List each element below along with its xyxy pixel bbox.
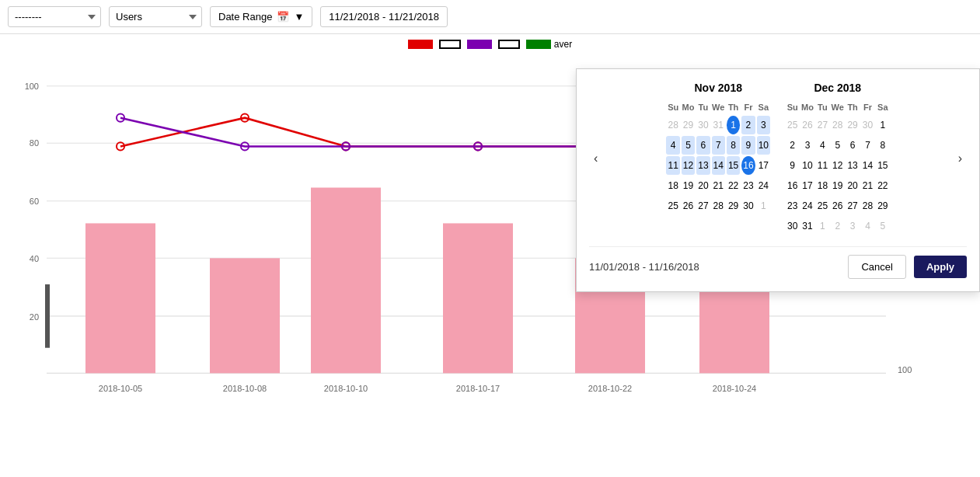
dec-day-25[interactable]: 25 bbox=[816, 197, 829, 215]
dec-day-29[interactable]: 29 bbox=[876, 197, 889, 215]
nov-day-20[interactable]: 20 bbox=[696, 176, 710, 195]
nov-day-25[interactable]: 25 bbox=[666, 197, 679, 215]
nov-day-1[interactable]: 1 bbox=[727, 116, 740, 134]
dec-day-16[interactable]: 16 bbox=[786, 176, 799, 195]
dec-day-9[interactable]: 9 bbox=[786, 156, 799, 175]
dec-day-6[interactable]: 6 bbox=[846, 136, 859, 155]
dec-day-26-prev[interactable]: 26 bbox=[800, 116, 814, 134]
dec-day-15[interactable]: 15 bbox=[876, 156, 889, 175]
dec-day-30[interactable]: 30 bbox=[786, 217, 799, 235]
dec-day-24[interactable]: 24 bbox=[800, 197, 814, 215]
nov-day-16[interactable]: 16 bbox=[741, 156, 755, 175]
nov-day-9[interactable]: 9 bbox=[741, 136, 755, 155]
nov-day-4[interactable]: 4 bbox=[666, 136, 679, 155]
nov-day-31-prev[interactable]: 31 bbox=[712, 116, 725, 134]
dec-day-23[interactable]: 23 bbox=[786, 197, 799, 215]
dec-day-21[interactable]: 21 bbox=[861, 176, 874, 195]
users-dropdown[interactable]: Users bbox=[109, 6, 202, 27]
dec-day-22[interactable]: 22 bbox=[876, 176, 889, 195]
nov-day-8[interactable]: 8 bbox=[727, 136, 740, 155]
nov-day-7[interactable]: 7 bbox=[712, 136, 725, 155]
nov-day-12[interactable]: 12 bbox=[682, 156, 695, 175]
nov-day-30-prev[interactable]: 30 bbox=[696, 116, 710, 134]
dec-day-31[interactable]: 31 bbox=[800, 217, 814, 235]
legend-avg-label: aver bbox=[554, 39, 572, 50]
dec-day-3-next[interactable]: 3 bbox=[846, 217, 859, 235]
nov-day-5[interactable]: 5 bbox=[682, 136, 695, 155]
nov-day-14[interactable]: 14 bbox=[712, 156, 725, 175]
dec-day-27[interactable]: 27 bbox=[846, 197, 859, 215]
nov-day-29[interactable]: 29 bbox=[727, 197, 740, 215]
svg-text:2018-10-05: 2018-10-05 bbox=[99, 384, 142, 393]
dec-day-2-next[interactable]: 2 bbox=[831, 217, 844, 235]
nov-day-22[interactable]: 22 bbox=[727, 176, 740, 195]
dec-day-14[interactable]: 14 bbox=[861, 156, 874, 175]
dec-day-1[interactable]: 1 bbox=[876, 116, 889, 134]
dec-day-7[interactable]: 7 bbox=[861, 136, 874, 155]
nov-day-6[interactable]: 6 bbox=[696, 136, 710, 155]
nov-day-27[interactable]: 27 bbox=[696, 197, 710, 215]
nov-day-28-prev[interactable]: 28 bbox=[666, 116, 679, 134]
next-month-button[interactable]: › bbox=[954, 150, 967, 167]
nov-day-19[interactable]: 19 bbox=[682, 176, 695, 195]
nov-grid: Su Mo Tu We Th Fr Sa 28 29 30 31 1 2 bbox=[666, 100, 770, 215]
dec-day-30-prev[interactable]: 30 bbox=[861, 116, 874, 134]
nov-day-10[interactable]: 10 bbox=[757, 136, 770, 155]
dec-day-26[interactable]: 26 bbox=[831, 197, 844, 215]
nov-day-11[interactable]: 11 bbox=[666, 156, 679, 175]
dec-day-1-next[interactable]: 1 bbox=[816, 217, 829, 235]
calendar-header: ‹ Nov 2018 Su Mo Tu We Th Fr Sa 28 bbox=[589, 82, 967, 235]
nov-day-15[interactable]: 15 bbox=[727, 156, 740, 175]
dec-day-17[interactable]: 17 bbox=[800, 176, 814, 195]
dec-day-4-next[interactable]: 4 bbox=[861, 217, 874, 235]
dec-day-19[interactable]: 19 bbox=[831, 176, 844, 195]
apply-button[interactable]: Apply bbox=[914, 256, 967, 278]
dec-day-10[interactable]: 10 bbox=[800, 156, 814, 175]
top-bar: -------- Users Date Range 📅 ▼ 11/21/2018… bbox=[0, 0, 980, 34]
svg-text:100: 100 bbox=[898, 365, 912, 374]
dec-day-27-prev[interactable]: 27 bbox=[816, 116, 829, 134]
dec-day-3[interactable]: 3 bbox=[800, 136, 814, 155]
dec-day-2[interactable]: 2 bbox=[786, 136, 799, 155]
dec-day-11[interactable]: 11 bbox=[816, 156, 829, 175]
nov-day-26[interactable]: 26 bbox=[682, 197, 695, 215]
dec-day-28-prev[interactable]: 28 bbox=[831, 116, 844, 134]
dec-day-18[interactable]: 18 bbox=[816, 176, 829, 195]
dec-calendar: Dec 2018 Su Mo Tu We Th Fr Sa 25 26 27 2… bbox=[786, 82, 890, 235]
chart-area: aver 100 80 60 40 20 200 150 100 bbox=[0, 34, 980, 469]
dec-day-12[interactable]: 12 bbox=[831, 156, 844, 175]
prev-month-button[interactable]: ‹ bbox=[589, 150, 602, 167]
dec-day-5-next[interactable]: 5 bbox=[876, 217, 889, 235]
nov-day-24[interactable]: 24 bbox=[757, 176, 770, 195]
dec-day-20[interactable]: 20 bbox=[846, 176, 859, 195]
legend-swatch-green bbox=[526, 40, 551, 49]
dec-day-4[interactable]: 4 bbox=[816, 136, 829, 155]
nov-day-2[interactable]: 2 bbox=[741, 116, 755, 134]
dec-day-8[interactable]: 8 bbox=[876, 136, 889, 155]
date-range-button[interactable]: Date Range 📅 ▼ bbox=[210, 6, 312, 27]
dec-day-5[interactable]: 5 bbox=[831, 136, 844, 155]
dropdown-arrow-icon: ▼ bbox=[294, 11, 304, 23]
filter-dropdown[interactable]: -------- bbox=[8, 6, 101, 27]
dec-day-13[interactable]: 13 bbox=[846, 156, 859, 175]
nov-day-29-prev[interactable]: 29 bbox=[682, 116, 695, 134]
svg-text:2018-10-08: 2018-10-08 bbox=[223, 384, 267, 393]
dec-day-28[interactable]: 28 bbox=[861, 197, 874, 215]
nov-day-30[interactable]: 30 bbox=[741, 197, 755, 215]
nov-day-23[interactable]: 23 bbox=[741, 176, 755, 195]
calendar-months: Nov 2018 Su Mo Tu We Th Fr Sa 28 29 30 3… bbox=[666, 82, 889, 235]
nov-day-21[interactable]: 21 bbox=[712, 176, 725, 195]
nov-calendar: Nov 2018 Su Mo Tu We Th Fr Sa 28 29 30 3… bbox=[666, 82, 770, 235]
nov-day-13[interactable]: 13 bbox=[696, 156, 710, 175]
nov-day-17[interactable]: 17 bbox=[757, 156, 770, 175]
legend-swatch-outline2 bbox=[498, 40, 520, 49]
dec-day-25-prev[interactable]: 25 bbox=[786, 116, 799, 134]
cancel-button[interactable]: Cancel bbox=[848, 255, 905, 279]
legend-red bbox=[408, 40, 433, 49]
nov-day-1-next[interactable]: 1 bbox=[757, 197, 770, 215]
dec-day-29-prev[interactable]: 29 bbox=[846, 116, 859, 134]
nov-day-18[interactable]: 18 bbox=[666, 176, 679, 195]
svg-text:100: 100 bbox=[25, 82, 39, 91]
nov-day-3[interactable]: 3 bbox=[757, 116, 770, 134]
nov-day-28[interactable]: 28 bbox=[712, 197, 725, 215]
